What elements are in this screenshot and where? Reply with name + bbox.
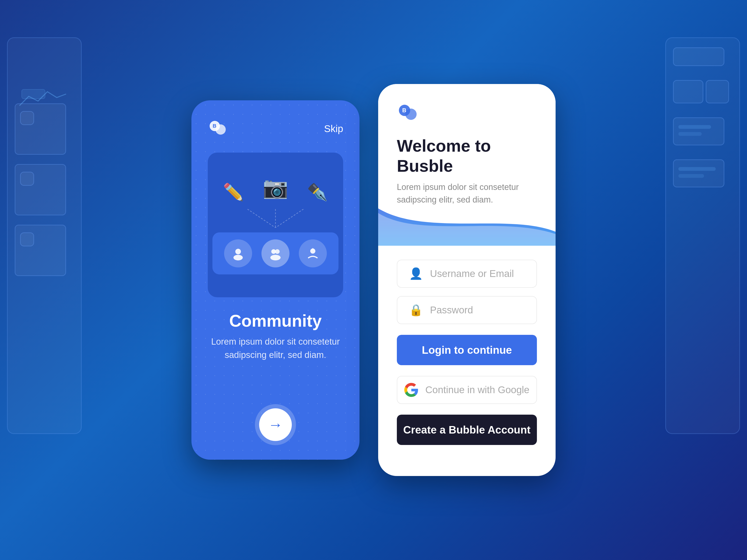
password-input-field[interactable]: 🔒 Password: [397, 296, 537, 324]
avatar-3: [299, 239, 327, 267]
wf-list-item-1: [15, 103, 66, 155]
next-button-wrapper: →: [259, 408, 292, 441]
connecting-lines: [233, 209, 317, 228]
wf-icon-2: [20, 172, 34, 186]
left-header: B Skip: [208, 119, 343, 139]
welcome-title: Welcome to Busble: [397, 136, 537, 176]
pencil-icon: ✏️: [223, 182, 244, 202]
wf-list-item-3: [15, 225, 66, 276]
svg-point-15: [405, 108, 416, 120]
bg-wireframe-left: [7, 37, 82, 434]
svg-point-10: [275, 249, 280, 254]
svg-point-11: [270, 255, 281, 260]
svg-point-7: [235, 249, 241, 254]
login-form: 👤 Username or Email 🔒 Password Login to …: [378, 246, 556, 476]
username-placeholder: Username or Email: [430, 268, 514, 279]
bg-wireframe-right: [665, 37, 740, 434]
community-desc: Lorem ipsum dolor sit consetetur sadipsc…: [211, 335, 340, 362]
right-top-section: B Welcome to Busble Lorem ipsum dolor si…: [378, 84, 556, 206]
password-placeholder: Password: [430, 304, 473, 316]
svg-rect-0: [22, 89, 45, 99]
avatar-1: [224, 239, 252, 267]
wf-list-item-2: [15, 164, 66, 215]
svg-text:B: B: [213, 123, 216, 129]
lock-icon: 🔒: [409, 303, 423, 317]
logo-right: B: [397, 103, 537, 124]
svg-text:B: B: [402, 107, 406, 113]
community-title: Community: [229, 311, 322, 330]
arrow-right-icon: →: [268, 416, 283, 433]
illus-top-row: ✏️ 📷 ✒️: [223, 176, 328, 202]
skip-button[interactable]: Skip: [324, 123, 343, 134]
wave-decoration: [378, 208, 556, 246]
avatar-row: [212, 232, 338, 274]
wf-card-sm-1: [673, 80, 703, 103]
wf-line-1: [673, 117, 724, 145]
svg-line-4: [248, 209, 276, 228]
main-container: B Skip ✏️ 📷 ✒️: [191, 84, 556, 476]
login-button[interactable]: Login to continue: [397, 335, 537, 365]
compass-icon: ✒️: [307, 182, 328, 202]
svg-point-8: [233, 255, 243, 260]
create-account-button[interactable]: Create a Bubble Account: [397, 415, 537, 445]
community-illustration: ✏️ 📷 ✒️: [208, 153, 343, 297]
user-icon: 👤: [409, 267, 423, 280]
welcome-desc: Lorem ipsum dolor sit consetetur sadipsc…: [397, 181, 537, 206]
google-button-label: Continue in with Google: [425, 384, 530, 396]
username-input-field[interactable]: 👤 Username or Email: [397, 260, 537, 288]
wf-line-2: [673, 159, 724, 187]
next-button[interactable]: →: [259, 408, 292, 441]
google-signin-button[interactable]: Continue in with Google: [397, 376, 537, 404]
avatar-2: [261, 239, 289, 267]
svg-line-6: [276, 209, 304, 228]
wf-top-bar: [673, 47, 724, 66]
google-icon: [404, 383, 418, 397]
wf-icon-3: [20, 232, 34, 246]
wf-icon-1: [20, 111, 34, 125]
onboarding-card: B Skip ✏️ 📷 ✒️: [191, 100, 360, 460]
login-card: B Welcome to Busble Lorem ipsum dolor si…: [378, 84, 556, 476]
svg-point-2: [215, 124, 226, 135]
camera-icon: 📷: [263, 176, 288, 200]
wf-card-sm-2: [706, 80, 729, 103]
logo-left: B: [208, 119, 231, 139]
